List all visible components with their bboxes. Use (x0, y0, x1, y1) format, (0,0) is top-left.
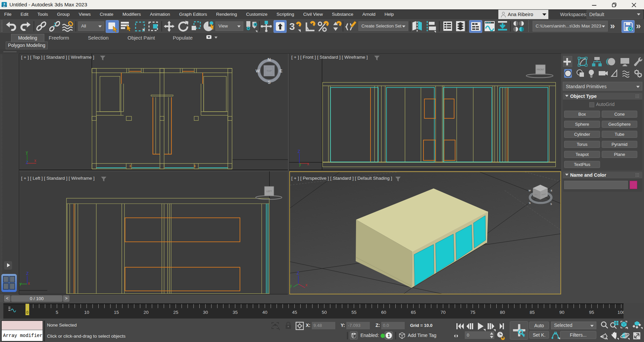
svg-text:N: N (267, 57, 270, 62)
svg-text:x: x (28, 281, 30, 286)
svg-text:45: 45 (292, 310, 297, 315)
svg-text:x: x (34, 158, 36, 163)
svg-text:70: 70 (441, 310, 446, 315)
svg-text:TOP: TOP (266, 69, 272, 72)
svg-text:35: 35 (233, 310, 238, 315)
svg-text:40: 40 (262, 310, 267, 315)
svg-text:25: 25 (173, 310, 178, 315)
svg-text:E: E (551, 189, 552, 192)
svg-text:60: 60 (381, 310, 386, 315)
svg-text:FRONT: FRONT (537, 68, 544, 71)
svg-text:3: 3 (3, 2, 5, 6)
svg-text:85: 85 (530, 310, 535, 315)
svg-text:55: 55 (351, 310, 356, 315)
svg-text:LEFT: LEFT (266, 190, 272, 192)
svg-text:x: x (307, 162, 309, 166)
svg-text:x: x (305, 283, 307, 287)
svg-text:E: E (280, 68, 283, 73)
svg-text:50: 50 (322, 310, 327, 315)
svg-text:5: 5 (56, 310, 58, 315)
svg-text:y: y (26, 150, 28, 155)
svg-text:95: 95 (589, 310, 594, 315)
svg-text:80: 80 (500, 310, 505, 315)
svg-text:Z: Z (297, 271, 299, 276)
svg-text:S: S (268, 80, 271, 85)
svg-text:S: S (550, 203, 552, 205)
svg-text:90: 90 (559, 310, 564, 315)
svg-text:30: 30 (203, 310, 208, 315)
svg-text:Z: Z (26, 271, 29, 276)
svg-text:Z: Z (26, 160, 28, 165)
svg-text:65: 65 (411, 310, 416, 315)
svg-text:75: 75 (470, 310, 475, 315)
svg-text:y: y (19, 281, 21, 286)
svg-text:0: 0 (26, 310, 29, 315)
svg-text:W: W (256, 68, 260, 73)
svg-text:N: N (529, 202, 531, 204)
svg-text:y: y (290, 283, 292, 288)
svg-text:3: 3 (289, 21, 295, 32)
svg-text:Z: Z (298, 149, 300, 154)
svg-text:MAX: MAX (3, 6, 6, 7)
svg-text:15: 15 (114, 310, 119, 315)
svg-text:10: 10 (84, 310, 89, 315)
svg-text:W: W (529, 189, 531, 192)
svg-text:20: 20 (144, 310, 149, 315)
svg-text:y: y (299, 162, 301, 167)
